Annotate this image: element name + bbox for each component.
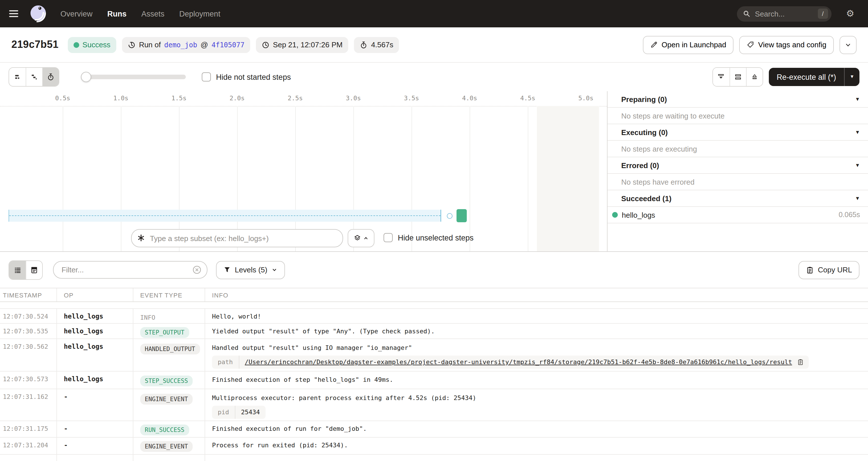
duration-tag: 4.567s: [354, 37, 399, 53]
log-op[interactable]: -: [57, 438, 133, 454]
log-row[interactable]: 12:07:31.162 - ENGINE_EVENT Multiprocess…: [0, 389, 868, 421]
step-success-dot-icon: [612, 212, 618, 218]
nav-item-overview[interactable]: Overview: [60, 9, 93, 18]
metadata-entry: pid 25434: [212, 406, 266, 419]
unstructured-log-view-icon[interactable]: [9, 261, 26, 279]
caret-down-icon: ▼: [855, 162, 860, 168]
chevron-down-icon: [845, 41, 851, 48]
step-waiting-band: [8, 210, 441, 222]
hide-not-started-checkbox[interactable]: [202, 72, 211, 82]
search-shortcut-key: /: [817, 8, 828, 19]
graph-query-toggle-button[interactable]: [348, 229, 374, 247]
header-more-actions-button[interactable]: [839, 36, 857, 54]
panel-empty-executing: No steps are executing: [608, 141, 868, 157]
log-row[interactable]: 12:07:30.524 hello_logs INFO Hello, worl…: [0, 309, 868, 324]
metadata-path-link[interactable]: /Users/erincochran/Desktop/dagster-examp…: [239, 356, 795, 369]
copy-url-button[interactable]: Copy URL: [799, 261, 860, 279]
panel-section-succeeded[interactable]: Succeeded (1)▼: [608, 190, 868, 207]
panel-section-executing[interactable]: Executing (0)▼: [608, 124, 868, 141]
log-info: Yielded output "result" of type "Any". (…: [205, 324, 868, 338]
gear-icon[interactable]: ⚙: [846, 9, 854, 18]
metadata-value: 25434: [236, 406, 266, 419]
reexecute-all-button[interactable]: Re-execute all (*) ▼: [769, 68, 860, 86]
global-search[interactable]: /: [737, 6, 831, 21]
hide-unselected-checkbox-row[interactable]: Hide unselected steps: [383, 233, 474, 242]
panel-section-errored[interactable]: Errored (0)▼: [608, 157, 868, 174]
axis-tick: 4.0s: [462, 95, 477, 102]
log-op[interactable]: -: [57, 389, 133, 421]
hide-unselected-checkbox[interactable]: [383, 233, 393, 242]
step-bar-hello-logs[interactable]: [457, 209, 467, 222]
timed-view-icon[interactable]: [42, 68, 59, 86]
hide-not-started-checkbox-row[interactable]: Hide not started steps: [202, 72, 291, 82]
caret-up-icon: [363, 235, 369, 241]
log-table-header: TIMESTAMP OP EVENT TYPE INFO: [0, 288, 868, 302]
top-nav: Overview Runs Assets Deployment / ⚙: [0, 0, 868, 27]
log-row-partial: [0, 455, 868, 461]
view-tags-config-button[interactable]: View tags and config: [740, 36, 834, 54]
log-timestamp: 12:07:31.175: [0, 421, 57, 437]
log-op[interactable]: hello_logs: [57, 309, 133, 323]
hide-not-started-label: Hide not started steps: [216, 73, 291, 81]
dagster-logo-icon[interactable]: [29, 4, 48, 23]
col-info: INFO: [205, 288, 868, 302]
clear-filter-icon[interactable]: [192, 265, 202, 275]
snapshot-link[interactable]: 4f105077: [212, 41, 245, 49]
chevron-down-icon: [271, 267, 278, 273]
nav-item-deployment[interactable]: Deployment: [179, 9, 220, 18]
clock-icon: [261, 41, 270, 49]
gantt-axis-line: [0, 106, 607, 106]
search-input[interactable]: [755, 9, 817, 18]
log-op[interactable]: -: [57, 421, 133, 437]
status-dot-icon: [73, 42, 79, 48]
funnel-icon: [223, 266, 231, 274]
log-row[interactable]: 12:07:30.535 hello_logs STEP_OUTPUT Yiel…: [0, 324, 868, 339]
metadata-key: pid: [212, 406, 236, 419]
event-type-badge: INFO: [140, 312, 160, 323]
zoom-slider-track[interactable]: [81, 75, 186, 79]
step-subset-input[interactable]: [131, 229, 343, 247]
log-row[interactable]: STEP_START Started execution of step "he…: [0, 302, 868, 309]
panel-step-hello-logs[interactable]: hello_logs 0.065s: [608, 207, 868, 223]
log-info: Finished execution of run for "demo_job"…: [205, 421, 868, 437]
log-row[interactable]: 12:07:31.175 - RUN_SUCCESS Finished exec…: [0, 421, 868, 438]
flat-view-icon[interactable]: [9, 68, 26, 86]
step-start-marker[interactable]: [447, 213, 453, 219]
job-link[interactable]: demo_job: [164, 41, 197, 49]
log-row[interactable]: 12:07:31.204 - ENGINE_EVENT Process for …: [0, 438, 868, 455]
log-op[interactable]: hello_logs: [57, 324, 133, 338]
gantt-chart[interactable]: 0.5s1.0s1.5s2.0s2.5s3.0s3.5s4.0s4.5s5.0s: [0, 91, 607, 251]
panel-empty-preparing: No steps are waiting to execute: [608, 108, 868, 124]
log-op[interactable]: hello_logs: [57, 339, 133, 371]
log-filter-input[interactable]: [53, 261, 208, 279]
run-id-title: 219c7b51: [11, 39, 58, 51]
expand-bottom-panel-icon[interactable]: [746, 68, 762, 86]
axis-tick: 2.5s: [288, 95, 303, 102]
clipboard-icon: [806, 266, 814, 274]
nav-item-runs[interactable]: Runs: [107, 9, 127, 18]
axis-tick: 2.0s: [230, 95, 245, 102]
zoom-slider-knob[interactable]: [81, 72, 91, 82]
structured-log-view-icon[interactable]: [26, 261, 42, 279]
reexecute-options-caret[interactable]: ▼: [844, 68, 860, 86]
log-info: Finished execution of step "hello_logs" …: [205, 372, 868, 389]
col-op: OP: [57, 288, 133, 302]
metadata-key: path: [212, 356, 239, 369]
panel-section-preparing[interactable]: Preparing (0)▼: [608, 91, 868, 108]
hide-unselected-label: Hide unselected steps: [398, 233, 474, 242]
op-selector-icon: [137, 234, 145, 242]
copy-path-icon[interactable]: [795, 359, 809, 366]
caret-down-icon: ▼: [855, 195, 860, 201]
menu-icon[interactable]: [9, 6, 24, 21]
caret-down-icon: ▼: [855, 96, 860, 102]
zoom-slider[interactable]: [81, 72, 186, 82]
log-row[interactable]: 12:07:30.573 hello_logs STEP_SUCCESS Fin…: [0, 372, 868, 389]
log-row[interactable]: 12:07:30.562 hello_logs HANDLED_OUTPUT H…: [0, 339, 868, 372]
split-panels-icon[interactable]: [729, 68, 746, 86]
waterfall-view-icon[interactable]: [26, 68, 42, 86]
levels-dropdown-button[interactable]: Levels (5): [216, 261, 285, 279]
nav-item-assets[interactable]: Assets: [141, 9, 164, 18]
collapse-bottom-panel-icon[interactable]: [713, 68, 729, 86]
open-in-launchpad-button[interactable]: Open in Launchpad: [643, 36, 734, 54]
log-op[interactable]: hello_logs: [57, 372, 133, 389]
